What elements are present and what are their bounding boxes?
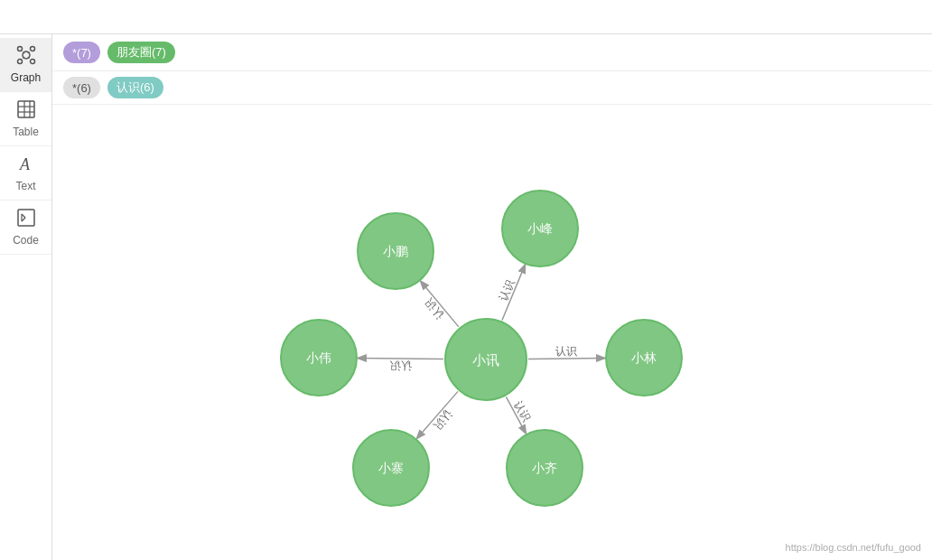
- text-icon: A: [16, 154, 36, 178]
- node-小齐[interactable]: 小齐: [507, 430, 582, 506]
- graph-icon: [16, 45, 36, 70]
- tab-*(6)[interactable]: *(6): [63, 77, 100, 98]
- sidebar-item-graph[interactable]: Graph: [0, 38, 51, 92]
- svg-text:小林: 小林: [631, 350, 657, 365]
- svg-text:认识: 认识: [555, 345, 577, 358]
- tab-认识(6)[interactable]: 认识(6): [107, 77, 163, 98]
- watermark: https://blog.csdn.net/fufu_good: [786, 542, 921, 553]
- svg-text:认识: 认识: [423, 296, 446, 321]
- svg-text:小齐: 小齐: [532, 461, 557, 475]
- svg-text:小伟: 小伟: [306, 350, 331, 365]
- text-label: Text: [15, 180, 35, 192]
- svg-text:A: A: [19, 155, 31, 173]
- node-小讯[interactable]: 小讯: [445, 319, 527, 400]
- sidebar-item-text[interactable]: A Text: [0, 146, 51, 201]
- svg-point-4: [17, 60, 22, 64]
- node-小寨[interactable]: 小寨: [353, 430, 429, 506]
- tab-*(7)[interactable]: *(7): [63, 42, 100, 63]
- graph-svg: 认识认识认识认识认识认识小鹏小峰小林小齐小寨小伟小讯: [52, 105, 932, 560]
- content-area: *(7)朋友圈(7) *(6)认识(6) 认识认识认识认识认识认识小鹏小峰小林小…: [52, 34, 932, 560]
- code-icon: [16, 208, 36, 232]
- svg-rect-15: [18, 210, 34, 226]
- svg-point-2: [30, 47, 34, 51]
- svg-point-3: [30, 60, 34, 64]
- svg-text:小寨: 小寨: [378, 461, 404, 475]
- node-小伟[interactable]: 小伟: [281, 320, 357, 396]
- svg-text:小峰: 小峰: [527, 221, 553, 236]
- node-小林[interactable]: 小林: [606, 320, 682, 396]
- sidebar: Graph Table A Text Code: [0, 34, 52, 560]
- node-小鹏[interactable]: 小鹏: [358, 213, 433, 289]
- svg-text:认识: 认识: [431, 407, 454, 432]
- svg-line-29: [359, 358, 443, 359]
- tabs-row-2: *(6)认识(6): [52, 71, 932, 105]
- sidebar-item-table[interactable]: Table: [0, 92, 51, 146]
- svg-point-1: [17, 47, 22, 51]
- code-label: Code: [13, 234, 39, 247]
- tabs-row-1: *(7)朋友圈(7): [52, 34, 932, 71]
- main-area: Graph Table A Text Code *(7)朋友圈(7) *(6)认…: [0, 34, 932, 560]
- table-label: Table: [13, 126, 39, 138]
- node-小峰[interactable]: 小峰: [502, 191, 578, 266]
- graph-container: 认识认识认识认识认识认识小鹏小峰小林小齐小寨小伟小讯 https://blog.…: [52, 105, 932, 560]
- svg-text:认识: 认识: [390, 359, 412, 372]
- svg-line-23: [528, 359, 604, 359]
- sidebar-item-code[interactable]: Code: [0, 201, 51, 255]
- tab-朋友圈(7)[interactable]: 朋友圈(7): [107, 42, 175, 63]
- svg-text:认识: 认识: [497, 277, 517, 303]
- svg-rect-9: [18, 101, 34, 117]
- svg-text:小鹏: 小鹏: [383, 244, 408, 258]
- svg-line-17: [22, 214, 25, 218]
- svg-line-18: [22, 218, 25, 221]
- table-icon: [16, 99, 36, 124]
- svg-text:小讯: 小讯: [472, 352, 499, 368]
- query-bar: [0, 0, 932, 34]
- graph-label: Graph: [11, 71, 41, 84]
